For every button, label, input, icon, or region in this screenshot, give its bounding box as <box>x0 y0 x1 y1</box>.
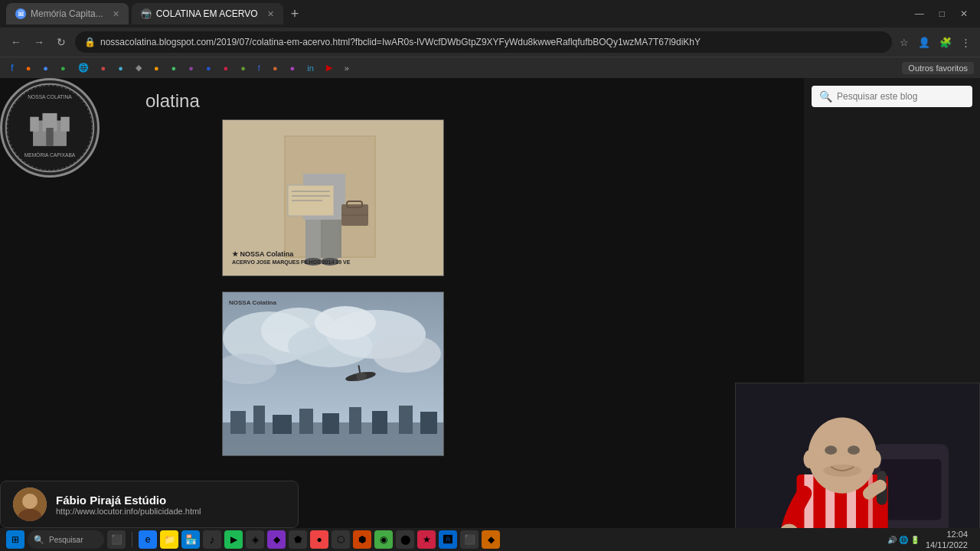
svg-point-57 <box>803 450 815 468</box>
photo-img-2[interactable]: NOSSA Colatina <box>222 292 444 456</box>
notification-bar[interactable]: Fábio Pirajá Estúdio http://www.locutor.… <box>0 481 299 528</box>
profile-icon[interactable]: 👤 <box>915 35 933 50</box>
svg-rect-45 <box>420 412 437 434</box>
tab1-close[interactable]: ✕ <box>113 9 119 19</box>
forward-button[interactable]: → <box>29 33 49 51</box>
taskbar-app9-icon[interactable]: ★ <box>417 530 436 549</box>
svg-point-56 <box>808 417 876 493</box>
page-title: olatina <box>145 90 200 111</box>
bookmark-14[interactable]: f <box>253 62 265 74</box>
bookmark-1[interactable]: ● <box>21 62 36 74</box>
taskbar-search-icon[interactable]: 🔍Pesquisar <box>28 530 104 549</box>
taskbar-edge-icon[interactable]: e <box>139 530 157 549</box>
taskbar-app5-icon[interactable]: ⬡ <box>332 530 350 549</box>
taskbar-app7-icon[interactable]: ◉ <box>374 530 393 549</box>
taskbar-app1-icon[interactable]: ◈ <box>246 530 264 549</box>
taskbar-app12-icon[interactable]: ◆ <box>482 530 500 549</box>
svg-point-59 <box>825 445 837 455</box>
bookmarks-bar: f ● ● ● 🌐 ● ● ◆ ● ● ● ● ● ● f ● ● in ▶ »… <box>0 57 980 78</box>
svg-rect-42 <box>349 407 361 434</box>
taskbar-explorer-icon[interactable]: 📁 <box>160 530 178 549</box>
svg-point-60 <box>848 445 860 455</box>
photo2-watermark: NOSSA Colatina <box>229 298 276 307</box>
extensions-icon[interactable]: 🧩 <box>936 35 955 50</box>
outros-favoritos[interactable]: Outros favoritos <box>902 62 974 74</box>
taskbar-app11-icon[interactable]: ⬛ <box>460 530 479 549</box>
bookmark-18[interactable]: ▶ <box>322 61 337 74</box>
photo-img-1[interactable]: ★ NOSSA Colatina ACERVO JOSE MARQUES FIL… <box>222 119 444 276</box>
page-content: olatina <box>69 78 804 528</box>
svg-rect-48 <box>880 459 942 520</box>
bookmark-fb[interactable]: f <box>6 60 18 75</box>
star-icon[interactable]: ☆ <box>897 35 912 50</box>
taskbar-tray: 🔊 🌐 🔋 12:04 14/11/2022 <box>881 529 974 551</box>
svg-rect-38 <box>253 406 265 434</box>
taskbar-app2-icon[interactable]: ◆ <box>267 530 286 549</box>
bookmark-12[interactable]: ● <box>219 62 234 74</box>
svg-rect-2 <box>30 117 38 132</box>
bookmark-3[interactable]: ● <box>56 62 70 74</box>
bookmark-4[interactable]: 🌐 <box>74 61 93 74</box>
taskbar-music-icon[interactable]: ♪ <box>203 530 221 549</box>
svg-point-58 <box>869 450 881 468</box>
bookmark-10[interactable]: ● <box>184 62 198 74</box>
task-view-icon[interactable]: ⬛ <box>107 530 126 549</box>
taskbar-store-icon[interactable]: 🏪 <box>181 530 200 549</box>
browser-window: 🏛 Memória Capita... ✕ 📷 COLATINA EM ACER… <box>0 0 980 78</box>
url-text: nossacolatina.blogspot.com/2019/07/colat… <box>100 37 701 47</box>
bookmark-16[interactable]: ● <box>286 62 300 74</box>
taskbar-spotify-icon[interactable]: ▶ <box>224 530 243 549</box>
bookmarks-more[interactable]: » <box>340 62 354 74</box>
bookmark-8[interactable]: ● <box>149 62 164 74</box>
notification-title: Fábio Pirajá Estúdio <box>56 494 286 507</box>
avatar-inner <box>13 487 47 521</box>
search-icon: 🔍 <box>819 90 832 103</box>
browser-close[interactable]: ✕ <box>954 8 974 19</box>
browser-minimize[interactable]: — <box>909 8 930 19</box>
bookmark-5[interactable]: ● <box>96 62 111 74</box>
bookmark-13[interactable]: ● <box>236 62 250 74</box>
bookmark-2[interactable]: ● <box>38 62 53 74</box>
tab-2[interactable]: 📷 COLATINA EM ACERVO ✕ <box>132 3 283 24</box>
tab2-close[interactable]: ✕ <box>267 9 274 19</box>
taskbar-app4-icon[interactable]: ● <box>310 530 328 549</box>
bookmark-11[interactable]: ● <box>201 62 216 74</box>
back-button[interactable]: ← <box>6 33 26 51</box>
taskbar-app6-icon[interactable]: ⬢ <box>353 530 371 549</box>
new-tab-button[interactable]: + <box>286 6 304 22</box>
photo-placeholder-1: ★ NOSSA Colatina ACERVO JOSE MARQUES FIL… <box>223 120 443 276</box>
tray-icons: 🔊 🌐 🔋 <box>887 536 920 544</box>
site-logo: MEMÓRIA CAPIXABA NOSSA COLATINA <box>0 78 103 181</box>
bookmark-9[interactable]: ● <box>167 62 181 74</box>
address-bar: ← → ↻ 🔒 nossacolatina.blogspot.com/2019/… <box>0 28 980 57</box>
notification-text: Fábio Pirajá Estúdio http://www.locutor.… <box>56 494 286 516</box>
menu-icon[interactable]: ⋮ <box>958 35 974 50</box>
taskbar-app10-icon[interactable]: 🅰 <box>439 530 457 549</box>
bookmark-6[interactable]: ● <box>113 62 128 74</box>
left-sidebar: MEMÓRIA CAPIXABA NOSSA COLATINA <box>0 78 69 528</box>
svg-point-32 <box>315 306 376 340</box>
search-box[interactable]: 🔍 <box>812 86 972 107</box>
svg-rect-3 <box>60 117 69 132</box>
lock-icon: 🔒 <box>84 37 96 47</box>
avatar-svg <box>13 487 47 521</box>
tab1-label: Memória Capita... <box>31 8 103 19</box>
bookmark-15[interactable]: ● <box>268 62 283 74</box>
bookmark-17[interactable]: in <box>302 62 318 74</box>
url-box[interactable]: 🔒 nossacolatina.blogspot.com/2019/07/col… <box>75 31 892 53</box>
svg-text:NOSSA COLATINA: NOSSA COLATINA <box>28 94 72 99</box>
windows-icon[interactable]: ⊞ <box>6 530 24 549</box>
tab2-favicon: 📷 <box>141 8 152 19</box>
svg-rect-40 <box>299 409 313 434</box>
svg-rect-44 <box>399 406 413 434</box>
taskbar-app3-icon[interactable]: ⬟ <box>289 530 307 549</box>
search-input[interactable] <box>837 91 965 102</box>
video-overlay <box>735 383 980 551</box>
tab-1[interactable]: 🏛 Memória Capita... ✕ <box>6 3 129 24</box>
notification-avatar <box>13 487 47 521</box>
photo-card-1: ★ NOSSA Colatina ACERVO JOSE MARQUES FIL… <box>222 119 444 276</box>
reload-button[interactable]: ↻ <box>52 33 70 51</box>
bookmark-7[interactable]: ◆ <box>131 61 146 74</box>
taskbar-app8-icon[interactable]: ⬤ <box>396 530 414 549</box>
browser-maximize[interactable]: □ <box>933 8 951 19</box>
